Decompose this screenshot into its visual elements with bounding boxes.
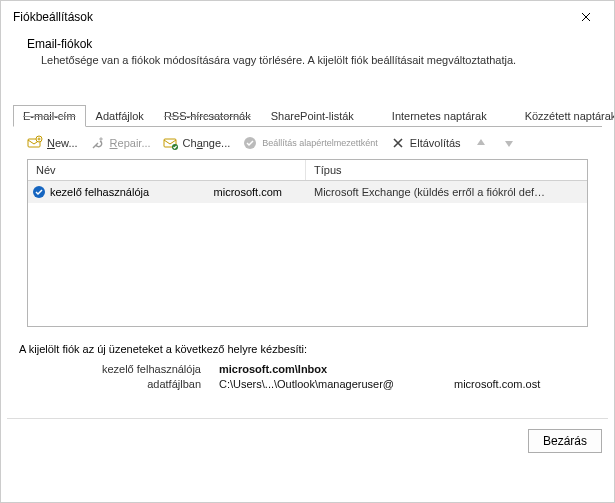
close-button[interactable]	[566, 3, 606, 31]
set-default-button[interactable]: Beállítás alapértelmezettként	[238, 133, 382, 153]
delivery-block: A kijelölt fiók az új üzeneteket a követ…	[1, 327, 614, 400]
header-block: Email-fiókok Lehetősége van a fiókok mód…	[1, 33, 614, 76]
grid-header: Név Típus	[28, 160, 587, 181]
account-user: kezelő felhasználója	[50, 186, 149, 198]
delivery-folder: microsoft.com\Inbox	[219, 363, 596, 375]
close-dialog-button[interactable]: Bezárás	[528, 429, 602, 453]
delivery-datafile-path: C:\Users\...\Outlook\manageruser@microso…	[219, 378, 596, 390]
account-row[interactable]: kezelő felhasználója microsoft.com Micro…	[28, 181, 587, 203]
remove-label: Eltávolítás	[410, 137, 461, 149]
arrow-down-icon	[501, 135, 517, 151]
set-default-icon	[242, 135, 258, 151]
footer: Bezárás	[1, 419, 614, 463]
account-type-cell: Microsoft Exchange (küldés erről a fiókr…	[306, 186, 587, 198]
new-button[interactable]: New...	[23, 133, 82, 153]
account-name-cell: kezelő felhasználója microsoft.com	[50, 186, 306, 198]
col-header-type[interactable]: Típus	[306, 160, 587, 180]
remove-icon	[390, 135, 406, 151]
repair-icon	[90, 135, 106, 151]
default-account-icon	[28, 185, 50, 199]
delivery-user-label: kezelő felhasználója	[19, 363, 219, 375]
arrow-up-icon	[473, 135, 489, 151]
delivery-datafile-label: adatfájlban	[19, 378, 219, 390]
tab-rss[interactable]: RSS-hírcsatornák	[154, 105, 261, 127]
set-default-label: Beállítás alapértelmezettként	[262, 138, 378, 148]
move-up-button[interactable]	[469, 133, 493, 153]
repair-label: Repair...	[110, 137, 151, 149]
window-title: Fiókbeállítások	[13, 10, 93, 24]
change-label: Change...	[183, 137, 231, 149]
tab-email[interactable]: E-mail-cím	[13, 105, 86, 127]
delivery-intro: A kijelölt fiók az új üzeneteket a követ…	[19, 343, 596, 355]
move-down-button[interactable]	[497, 133, 521, 153]
titlebar: Fiókbeállítások	[1, 1, 614, 33]
new-icon	[27, 135, 43, 151]
tab-internet-calendars[interactable]: Internetes naptárak	[382, 105, 497, 127]
tab-sharepoint[interactable]: SharePoint-listák	[261, 105, 364, 127]
header-description: Lehetősége van a fiókok módosítására vag…	[27, 54, 594, 66]
header-title: Email-fiókok	[27, 37, 594, 51]
change-icon	[163, 135, 179, 151]
repair-button[interactable]: Repair...	[86, 133, 155, 153]
toolbar: New... Repair... Change... Beállítás ala…	[13, 127, 602, 159]
accounts-grid: Név Típus kezelő felhasználója microsoft…	[27, 159, 588, 327]
tab-published-calendars[interactable]: Közzétett naptárak	[515, 105, 615, 127]
new-label: New...	[47, 137, 78, 149]
remove-button[interactable]: Eltávolítás	[386, 133, 465, 153]
close-icon	[581, 12, 591, 22]
tabs: E-mail-cím Adatfájlok RSS-hírcsatornák S…	[13, 104, 602, 127]
change-button[interactable]: Change...	[159, 133, 235, 153]
account-domain: microsoft.com	[214, 186, 282, 198]
col-header-name[interactable]: Név	[28, 160, 306, 180]
tab-datafiles[interactable]: Adatfájlok	[86, 105, 154, 127]
